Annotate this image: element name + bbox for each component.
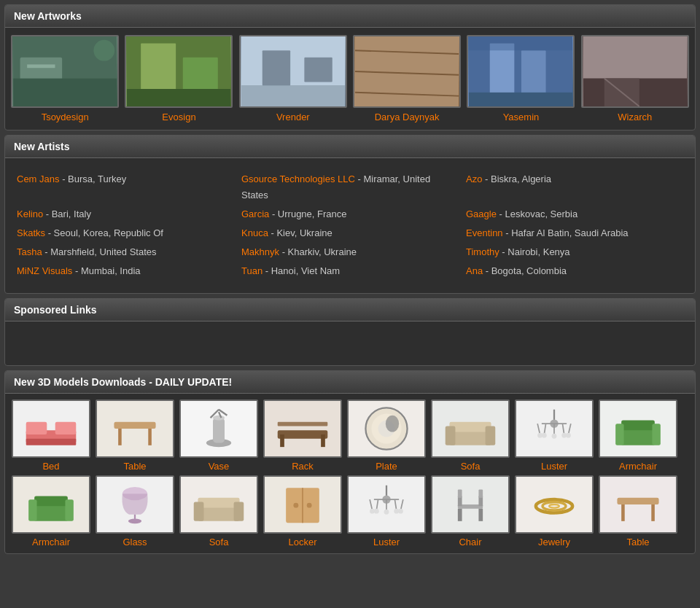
artwork-item[interactable]: Evosign bbox=[125, 35, 233, 122]
svg-rect-105 bbox=[478, 509, 483, 521]
artist-location: - Hanoi, Viet Nam bbox=[262, 265, 340, 276]
artist-entry: Knuca - Kiev, Ukraine bbox=[241, 225, 459, 241]
model-label: Sofa bbox=[461, 461, 481, 472]
artist-name[interactable]: Tasha bbox=[17, 246, 42, 257]
model-thumbnail bbox=[599, 475, 677, 534]
svg-point-84 bbox=[293, 503, 298, 508]
artist-name[interactable]: Azo bbox=[466, 174, 482, 184]
model-item[interactable]: Table bbox=[598, 475, 678, 547]
artwork-item[interactable]: Wizarch bbox=[581, 35, 689, 122]
artist-name[interactable]: Gaagle bbox=[466, 208, 497, 219]
model-item[interactable]: Chair bbox=[430, 475, 510, 547]
svg-rect-81 bbox=[234, 502, 244, 521]
svg-rect-70 bbox=[652, 424, 660, 445]
svg-rect-43 bbox=[278, 422, 328, 426]
svg-rect-103 bbox=[478, 490, 483, 498]
model-item[interactable]: Luster bbox=[346, 475, 427, 547]
artist-location: - Nairobi, Kenya bbox=[499, 246, 570, 257]
artist-entry: Makhnyk - Kharkiv, Ukraine bbox=[241, 244, 459, 260]
artist-name[interactable]: Makhnyk bbox=[241, 246, 279, 257]
artwork-label: Wizarch bbox=[618, 112, 652, 122]
artist-location: - Leskovac, Serbia bbox=[497, 208, 578, 219]
svg-point-38 bbox=[213, 416, 225, 421]
svg-rect-32 bbox=[55, 422, 77, 434]
artist-name[interactable]: Cem Jans bbox=[17, 174, 60, 184]
artwork-item[interactable]: Tsoydesign bbox=[11, 35, 119, 122]
artwork-thumbnail bbox=[353, 35, 461, 108]
artist-name[interactable]: MiNZ Visuals bbox=[17, 265, 72, 276]
svg-rect-30 bbox=[26, 439, 77, 445]
svg-rect-69 bbox=[615, 424, 623, 445]
artist-entry: Cem Jans - Bursa, Turkey bbox=[17, 171, 234, 203]
artwork-item[interactable]: Vrender bbox=[239, 35, 347, 122]
model-item[interactable]: Vase bbox=[179, 400, 259, 472]
svg-rect-53 bbox=[486, 426, 496, 445]
artist-name[interactable]: Skatks bbox=[17, 227, 45, 238]
artist-location: - Bogota, Colombia bbox=[483, 265, 567, 276]
svg-rect-79 bbox=[198, 498, 239, 508]
artist-name[interactable]: Ana bbox=[466, 265, 483, 276]
svg-rect-67 bbox=[621, 429, 655, 445]
model-item[interactable]: Armchair bbox=[598, 400, 678, 472]
artist-location: - Bari, Italy bbox=[43, 208, 91, 219]
model-label: Rack bbox=[292, 461, 314, 472]
artist-location: - Kiev, Ukraine bbox=[268, 227, 332, 238]
svg-rect-109 bbox=[617, 498, 658, 504]
model-item[interactable]: Sofa bbox=[179, 475, 259, 547]
model-item[interactable]: Sofa bbox=[430, 400, 510, 472]
svg-rect-42 bbox=[278, 430, 328, 438]
artist-entry: MiNZ Visuals - Mumbai, India bbox=[17, 263, 234, 279]
model-item[interactable]: Plate bbox=[346, 400, 427, 472]
artist-name[interactable]: Garcia bbox=[241, 208, 269, 219]
model-item[interactable]: Armchair bbox=[11, 475, 91, 547]
svg-point-98 bbox=[398, 509, 403, 514]
model-label: Locker bbox=[288, 537, 316, 547]
svg-rect-3 bbox=[27, 64, 55, 68]
model-item[interactable]: Rack bbox=[262, 400, 343, 472]
artwork-thumbnail bbox=[11, 35, 119, 108]
svg-rect-51 bbox=[449, 422, 491, 432]
artist-name[interactable]: Eventinn bbox=[466, 227, 503, 238]
models-header: New 3D Models Downloads - DAILY UPDATE! bbox=[5, 371, 695, 394]
artist-entry: Kelino - Bari, Italy bbox=[17, 206, 234, 222]
artist-name[interactable]: Kelino bbox=[17, 208, 43, 219]
artwork-label: Yasemin bbox=[503, 112, 540, 122]
artist-name[interactable]: Timothy bbox=[466, 246, 499, 257]
model-thumbnail bbox=[347, 475, 426, 534]
svg-rect-2 bbox=[13, 79, 117, 106]
svg-rect-8 bbox=[127, 89, 230, 106]
model-label: Vase bbox=[209, 461, 230, 472]
svg-rect-37 bbox=[213, 418, 225, 443]
artwork-thumbnail bbox=[125, 35, 233, 108]
model-item[interactable]: Locker bbox=[262, 475, 343, 547]
model-item[interactable]: Luster bbox=[514, 400, 594, 472]
model-thumbnail bbox=[12, 475, 90, 534]
model-item[interactable]: Bed bbox=[11, 400, 91, 472]
model-label: Plate bbox=[376, 461, 397, 472]
svg-rect-34 bbox=[118, 429, 122, 445]
svg-point-96 bbox=[384, 510, 389, 515]
artist-name[interactable]: Tuan bbox=[241, 265, 262, 276]
artist-entry: Gaagle - Leskovac, Serbia bbox=[466, 206, 683, 222]
model-item[interactable]: Glass bbox=[95, 475, 175, 547]
artist-location: - Kharkiv, Ukraine bbox=[279, 246, 357, 257]
model-label: Armchair bbox=[619, 461, 657, 472]
svg-rect-110 bbox=[621, 504, 625, 521]
svg-rect-73 bbox=[28, 499, 36, 521]
artwork-item[interactable]: Darya Daynyak bbox=[353, 35, 461, 122]
artist-name[interactable]: Gsource Technologies LLC bbox=[241, 174, 355, 184]
model-label: Table bbox=[626, 537, 649, 547]
svg-rect-111 bbox=[651, 504, 655, 521]
sponsored-content bbox=[5, 321, 695, 365]
model-thumbnail bbox=[599, 400, 677, 458]
artist-name[interactable]: Knuca bbox=[241, 227, 268, 238]
svg-point-4 bbox=[94, 40, 115, 61]
model-item[interactable]: Jewelry bbox=[514, 475, 594, 547]
artists-title: New Artists bbox=[14, 141, 70, 152]
model-label: Luster bbox=[541, 461, 567, 472]
model-item[interactable]: Table bbox=[95, 400, 175, 472]
model-thumbnail bbox=[515, 400, 594, 458]
artist-entry: Garcia - Urrugne, France bbox=[241, 206, 459, 222]
artwork-item[interactable]: Yasemin bbox=[467, 35, 575, 122]
svg-point-77 bbox=[128, 519, 141, 524]
